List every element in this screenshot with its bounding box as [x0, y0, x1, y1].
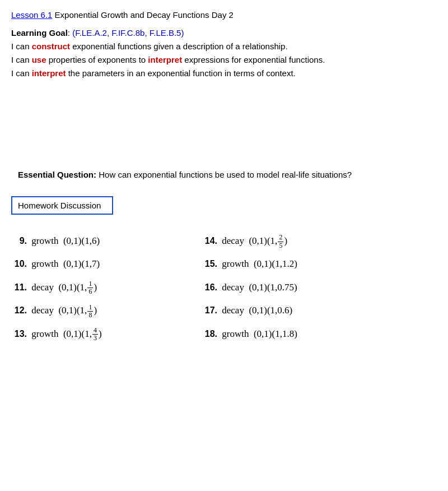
lesson-title: Lesson 6.1 Exponential Growth and Decay …: [11, 10, 437, 20]
line3-suffix: the parameters in an exponential functio…: [66, 68, 296, 78]
list-item: 9. growth (0,1)(1,6): [11, 230, 202, 251]
item-content: growth (0,1)(1,1.8): [220, 323, 297, 344]
line1-suffix: exponential functions given a descriptio…: [70, 41, 288, 51]
item-number: 18.: [202, 324, 217, 344]
list-item: 18. growth (0,1)(1,1.8): [202, 323, 437, 344]
line3-prefix: I can: [11, 68, 32, 78]
line2-suffix: expressions for exponential functions.: [182, 55, 325, 64]
item-number: 15.: [202, 254, 217, 274]
eq-text: How can exponential functions be used to…: [96, 170, 352, 179]
item-number: 11.: [11, 277, 27, 297]
line1-prefix: I can: [11, 41, 32, 51]
eq-label: Essential Question:: [18, 170, 96, 179]
title-rest: Exponential Growth and Decay Functions D…: [52, 10, 234, 20]
line3-keyword: interpret: [32, 68, 66, 78]
item-number: 10.: [11, 254, 27, 274]
line1-keyword: construct: [32, 41, 70, 51]
colon: :: [68, 28, 72, 38]
right-column: 14. decay (0,1)(1,25) 15. growth (0,1)(1…: [202, 230, 437, 346]
item-content: growth (0,1)(1,7): [29, 253, 100, 274]
item-number: 13.: [11, 324, 27, 344]
content-area: 9. growth (0,1)(1,6) 10. growth (0,1)(1,…: [11, 230, 437, 346]
line2-keyword2: interpret: [148, 55, 182, 64]
learning-goal-label: Learning Goal: [11, 28, 68, 38]
item-content: decay (0,1)(1,0.75): [220, 277, 297, 298]
list-item: 12. decay (0,1)(1,18): [11, 300, 202, 321]
essential-question: Essential Question: How can exponential …: [11, 170, 437, 179]
list-item: 10. growth (0,1)(1,7): [11, 253, 202, 274]
item-number: 17.: [202, 300, 217, 320]
item-content: decay (0,1)(1,0.6): [220, 300, 292, 321]
lesson-link[interactable]: Lesson 6.1: [11, 10, 52, 20]
item-content: decay (0,1)(1,16): [29, 277, 97, 298]
list-item: 15. growth (0,1)(1,1.2): [202, 253, 437, 274]
learning-goal-section: Learning Goal: (F.LE.A.2, F.IF.C.8b, F.L…: [11, 26, 437, 80]
item-content: growth (0,1)(1,1.2): [220, 253, 297, 274]
homework-label: Homework Discussion: [18, 201, 101, 210]
line2-mid: properties of exponents to: [46, 55, 148, 64]
line2-prefix: I can: [11, 55, 32, 64]
left-column: 9. growth (0,1)(1,6) 10. growth (0,1)(1,…: [11, 230, 202, 346]
line2-keyword: use: [32, 55, 46, 64]
item-content: growth (0,1)(1,43): [29, 323, 102, 344]
list-item: 17. decay (0,1)(1,0.6): [202, 300, 437, 321]
item-content: decay (0,1)(1,18): [29, 300, 97, 321]
list-item: 16. decay (0,1)(1,0.75): [202, 277, 437, 298]
item-number: 14.: [202, 231, 217, 251]
item-number: 16.: [202, 277, 217, 297]
standards: (F.LE.A.2, F.IF.C.8b, F.LE.B.5): [72, 28, 184, 38]
item-number: 12.: [11, 300, 27, 320]
list-item: 14. decay (0,1)(1,25): [202, 230, 437, 251]
homework-discussion-box: Homework Discussion: [11, 196, 113, 215]
item-content: decay (0,1)(1,25): [220, 230, 287, 251]
item-number: 9.: [11, 231, 27, 251]
list-item: 11. decay (0,1)(1,16): [11, 277, 202, 298]
list-item: 13. growth (0,1)(1,43): [11, 323, 202, 344]
item-content: growth (0,1)(1,6): [29, 230, 100, 251]
